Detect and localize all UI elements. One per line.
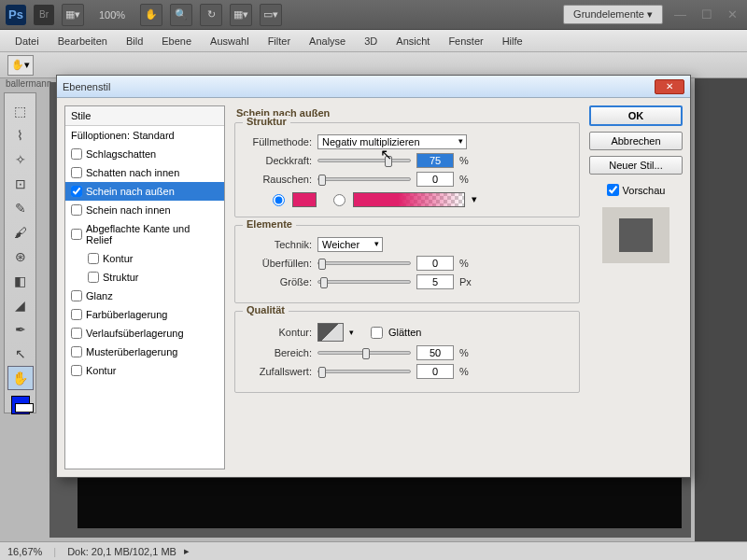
workspace-dropdown[interactable]: Grundelemente ▾ [563,5,663,24]
rotate-tool-button[interactable]: ↻ [200,4,222,26]
style-label: Schein nach innen [86,204,171,216]
style-label: Farbüberlagerung [86,309,167,320]
style-row[interactable]: Verlaufsüberlagerung [65,324,224,343]
technik-select[interactable]: Weicher [317,237,383,252]
style-row[interactable]: Musterüberlagerung [65,343,224,361]
preview-checkbox[interactable] [607,184,619,196]
menu-datei[interactable]: Datei [6,35,49,47]
view-mode-button[interactable]: ▦▾ [62,4,84,26]
zufallswert-input[interactable]: 0 [416,364,454,379]
style-checkbox[interactable] [71,186,82,197]
style-checkbox[interactable] [71,204,82,216]
close-icon[interactable]: ✕ [724,7,741,21]
screen-mode-button[interactable]: ▭▾ [260,4,282,26]
bridge-icon[interactable]: Br [34,5,54,25]
fuellmethode-select[interactable]: Negativ multiplizieren [317,134,467,149]
ueberfuellen-input[interactable]: 0 [416,256,454,271]
path-tool-icon[interactable]: ↖ [7,342,34,366]
style-checkbox[interactable] [88,253,99,264]
groesse-label: Größe: [245,276,312,287]
hand-tool-icon[interactable]: ✋ [7,366,34,390]
fill-options-row[interactable]: Fülloptionen: Standard [65,126,224,145]
pen-tool-icon[interactable]: ✒ [7,317,34,342]
eyedropper-tool-icon[interactable]: ✎ [7,196,34,220]
marquee-tool-icon[interactable]: ⬚ [7,99,34,123]
minimize-icon[interactable]: — [670,7,690,21]
zufallswert-slider[interactable] [317,370,411,373]
zoom-tool-button[interactable]: 🔍 [170,4,192,26]
style-row[interactable]: Abgeflachte Kante und Relief [65,219,224,249]
style-checkbox[interactable] [71,290,82,301]
contour-picker[interactable] [317,323,344,342]
ok-button[interactable]: OK [589,105,683,126]
dialog-close-button[interactable]: ✕ [655,79,684,94]
menu-3d[interactable]: 3D [355,35,387,47]
lasso-tool-icon[interactable]: ⌇ [7,123,34,147]
glow-gradient-chip[interactable] [353,192,465,207]
brush-tool-icon[interactable]: 🖌 [7,220,34,245]
menu-ebene[interactable]: Ebene [152,35,201,47]
glow-color-chip[interactable] [292,192,317,207]
document-tab[interactable]: ballermann [6,78,51,89]
crop-tool-icon[interactable]: ⊡ [7,172,34,196]
style-list-header[interactable]: Stile [65,106,224,126]
groesse-slider[interactable] [317,280,411,284]
new-style-button[interactable]: Neuer Stil... [589,156,683,175]
deckkraft-input[interactable]: 75 [416,153,454,168]
dialog-titlebar[interactable]: Ebenenstil ✕ [57,76,690,98]
style-row[interactable]: Schein nach innen [65,201,224,219]
style-checkbox[interactable] [71,328,82,339]
fuellmethode-label: Füllmethode: [245,136,312,147]
deckkraft-slider[interactable] [317,159,411,162]
eraser-tool-icon[interactable]: ◧ [7,269,34,293]
bereich-slider[interactable] [317,351,411,355]
background-color-swatch[interactable] [15,403,34,413]
style-row[interactable]: Schein nach außen [65,182,224,201]
restore-icon[interactable]: ☐ [698,7,716,21]
status-zoom[interactable]: 16,67% [7,546,42,557]
hand-tool-button[interactable]: ✋ [140,4,162,26]
gradient-radio[interactable] [333,194,345,206]
ueberfuellen-slider[interactable] [317,261,411,265]
groesse-input[interactable]: 5 [416,274,454,289]
style-row[interactable]: Kontur [65,361,224,380]
gradient-tool-icon[interactable]: ◢ [7,293,34,317]
menu-filter[interactable]: Filter [259,35,300,47]
menu-auswahl[interactable]: Auswahl [201,35,259,47]
rauschen-slider[interactable] [317,177,411,181]
style-row[interactable]: Schatten nach innen [65,163,224,182]
menu-bild[interactable]: Bild [117,35,152,47]
style-checkbox[interactable] [71,167,82,178]
style-row[interactable]: Farbüberlagerung [65,305,224,324]
wand-tool-icon[interactable]: ✧ [7,147,34,172]
menu-ansicht[interactable]: Ansicht [387,35,439,47]
struktur-group: Struktur Füllmethode: Negativ multiplizi… [234,122,580,217]
style-checkbox[interactable] [71,365,82,376]
rauschen-input[interactable]: 0 [416,172,454,187]
current-tool-icon[interactable]: ✋▾ [7,55,34,76]
style-checkbox[interactable] [71,346,82,357]
style-row[interactable]: Schlagschatten [65,145,224,163]
bereich-input[interactable]: 50 [416,345,454,360]
status-chevron-icon[interactable]: ▸ [184,545,190,557]
menu-analyse[interactable]: Analyse [300,35,355,47]
style-checkbox[interactable] [71,229,82,240]
style-row[interactable]: Kontur [65,249,224,268]
bereich-label: Bereich: [245,347,312,358]
color-radio[interactable] [273,194,285,206]
menu-hilfe[interactable]: Hilfe [493,35,532,47]
arrange-button[interactable]: ▦▾ [230,4,252,26]
rauschen-label: Rauschen: [245,174,312,185]
elemente-group: Elemente Technik: Weicher Überfüllen: 0 … [234,225,580,303]
menu-fenster[interactable]: Fenster [439,35,492,47]
style-checkbox[interactable] [88,272,99,283]
menu-bearbeiten[interactable]: Bearbeiten [49,35,117,47]
glaetten-checkbox[interactable] [371,327,383,339]
style-row[interactable]: Struktur [65,268,224,287]
dialog-title-text: Ebenenstil [63,81,110,92]
style-row[interactable]: Glanz [65,287,224,305]
style-checkbox[interactable] [71,309,82,320]
style-checkbox[interactable] [71,148,82,160]
cancel-button[interactable]: Abbrechen [589,132,683,150]
stamp-tool-icon[interactable]: ⊛ [7,245,34,269]
